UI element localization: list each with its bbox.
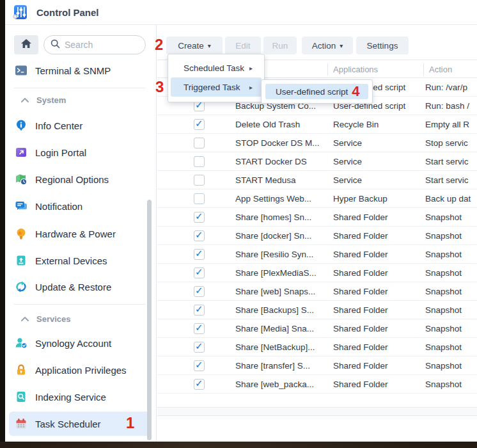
submenu-arrow-icon: ▸: [249, 84, 253, 91]
task-name-cell: Share [Backups] S...: [235, 305, 314, 315]
action-cell: Snapshot: [425, 305, 462, 315]
row-checkbox[interactable]: ✓: [194, 342, 205, 353]
application-privileges-icon: [15, 364, 27, 376]
row-checkbox[interactable]: [194, 138, 205, 148]
row-checkbox[interactable]: [194, 175, 205, 186]
run-button[interactable]: Run: [263, 36, 297, 54]
task-name-cell: Share [docker] Sn...: [235, 231, 311, 241]
search-box[interactable]: [43, 35, 146, 54]
table-row[interactable]: STOP Docker DS M... Service Stop servic: [157, 134, 477, 152]
settings-button[interactable]: Settings: [356, 36, 409, 54]
sidebar-item-label: Info Center: [35, 120, 82, 131]
table-row[interactable]: ✓ Share [web] Snaps... Shared Folder Sna…: [157, 282, 477, 301]
row-checkbox[interactable]: ✓: [194, 268, 205, 278]
sidebar-item-label: External Devices: [35, 255, 107, 266]
table-row[interactable]: ✓ Share [Media] Sna... Shared Folder Sna…: [157, 319, 477, 338]
menu-item-triggered-task[interactable]: Triggered Task ▸: [171, 77, 262, 97]
sidebar-scrollbar-thumb[interactable]: [147, 200, 152, 440]
sidebar-item-terminal-snmp[interactable]: Terminal & SNMP: [5, 61, 156, 79]
submenu-arrow-icon: ▸: [249, 65, 253, 72]
sidebar-item-notification[interactable]: Notification: [5, 197, 156, 215]
row-checkbox[interactable]: ✓: [194, 119, 205, 130]
sidebar-item-info-center[interactable]: Info Center: [5, 116, 156, 134]
action-cell: Snapshot: [425, 380, 462, 389]
action-cell: Snapshot: [425, 342, 462, 352]
table-row[interactable]: ✓ Share [Backups] S... Shared Folder Sna…: [157, 301, 477, 319]
task-name-cell: Share [Media] Sna...: [235, 324, 314, 333]
caret-down-icon: ▾: [340, 42, 343, 49]
edit-button[interactable]: Edit: [225, 36, 261, 54]
action-cell: Run: /var/p: [425, 83, 467, 92]
table-row[interactable]: ✓ Share [NetBackup]... Shared Folder Sna…: [157, 338, 477, 356]
column-separator: [423, 63, 424, 76]
table-footer-band: [157, 407, 477, 416]
sidebar: Terminal & SNMP System Info Center Login…: [5, 25, 157, 442]
update-restore-icon: [15, 280, 27, 293]
create-button-label: Create: [178, 41, 204, 51]
task-name-cell: Share [homes] Sn...: [235, 212, 311, 222]
create-button[interactable]: Create▾: [166, 36, 223, 54]
action-cell: Snapshot: [425, 212, 462, 222]
menu-item-label: User-defined script: [276, 87, 348, 97]
row-checkbox[interactable]: ✓: [194, 379, 205, 390]
table-row[interactable]: ✓ Share [web_packa... Shared Folder Snap…: [157, 375, 477, 394]
row-checkbox[interactable]: ✓: [194, 249, 205, 260]
applications-cell: Shared Folder: [333, 287, 388, 296]
sidebar-item-synology-account[interactable]: Synology Account: [5, 334, 156, 352]
row-checkbox[interactable]: ✓: [194, 212, 205, 223]
control-panel-icon: [12, 4, 28, 20]
table-row[interactable]: START Medusa Service Start servic: [157, 171, 477, 189]
applications-cell: Shared Folder: [333, 342, 388, 352]
menu-item-scheduled-task[interactable]: Scheduled Task ▸: [171, 58, 262, 77]
table-row[interactable]: ✓ Share [transfer] S... Shared Folder Sn…: [157, 356, 477, 375]
checkmark-icon: ✓: [195, 229, 203, 241]
checkmark-icon: ✓: [195, 359, 203, 371]
table-row[interactable]: App Settings Web... Hyper Backup Back up…: [157, 189, 477, 208]
sidebar-item-label: Application Privileges: [35, 365, 127, 376]
sidebar-item-external-devices[interactable]: External Devices: [5, 252, 156, 269]
sidebar-item-indexing-service[interactable]: Indexing Service: [5, 388, 156, 406]
row-checkbox[interactable]: ✓: [194, 230, 205, 241]
run-button-label: Run: [272, 41, 288, 51]
row-checkbox[interactable]: ✓: [194, 286, 205, 297]
checkmark-icon: ✓: [195, 285, 203, 296]
checkmark-icon: ✓: [195, 248, 203, 259]
action-button[interactable]: Action▾: [302, 36, 353, 54]
task-table: ✓ User-defined script Run: /var/p ✓ Back…: [157, 78, 477, 394]
action-cell: Snapshot: [425, 250, 462, 259]
row-checkbox[interactable]: ✓: [194, 360, 205, 371]
menu-item-label: Scheduled Task: [184, 63, 244, 73]
sidebar-divider: [14, 88, 146, 88]
window-titlebar: Control Panel: [5, 0, 477, 25]
row-checkbox[interactable]: ✓: [194, 305, 205, 316]
sidebar-item-update-restore[interactable]: Update & Restore: [5, 278, 156, 296]
sidebar-item-login-portal[interactable]: Login Portal: [5, 143, 156, 161]
table-row[interactable]: ✓ Share [homes] Sn... Shared Folder Snap…: [157, 208, 477, 227]
task-name-cell: START Medusa: [235, 175, 296, 185]
task-name-cell: App Settings Web...: [235, 194, 311, 204]
sidebar-item-regional-options[interactable]: Regional Options: [5, 170, 156, 188]
sidebar-section-system[interactable]: System: [5, 93, 156, 107]
applications-cell: Shared Folder: [333, 324, 388, 333]
table-row[interactable]: ✓ Share [PlexMediaS... Shared Folder Sna…: [157, 264, 477, 282]
action-cell: Start servic: [425, 157, 469, 166]
annotation-step-4: 4: [352, 84, 359, 99]
sidebar-item-application-privileges[interactable]: Application Privileges: [5, 361, 156, 379]
home-button[interactable]: [14, 35, 38, 54]
table-row[interactable]: ✓ Share [Resilio Syn... Shared Folder Sn…: [157, 245, 477, 264]
column-header-action[interactable]: Action: [429, 65, 452, 74]
applications-cell: Shared Folder: [333, 268, 388, 278]
row-checkbox[interactable]: ✓: [194, 323, 205, 334]
sidebar-item-hardware-power[interactable]: Hardware & Power: [5, 225, 156, 243]
section-label: Services: [36, 314, 71, 324]
applications-cell: Service: [333, 138, 362, 148]
menu-item-user-defined-script[interactable]: User-defined script 4: [265, 84, 368, 99]
column-header-applications[interactable]: Applications: [333, 65, 378, 74]
row-checkbox[interactable]: [194, 156, 205, 167]
row-checkbox[interactable]: [194, 193, 205, 204]
table-row[interactable]: START Docker DS Service Start servic: [157, 152, 477, 171]
table-row[interactable]: ✓ Delete Old Trash Recycle Bin Empty all…: [157, 115, 477, 134]
search-input[interactable]: [65, 40, 135, 50]
sidebar-section-services[interactable]: Services: [5, 312, 156, 326]
table-row[interactable]: ✓ Share [docker] Sn... Shared Folder Sna…: [157, 227, 477, 245]
